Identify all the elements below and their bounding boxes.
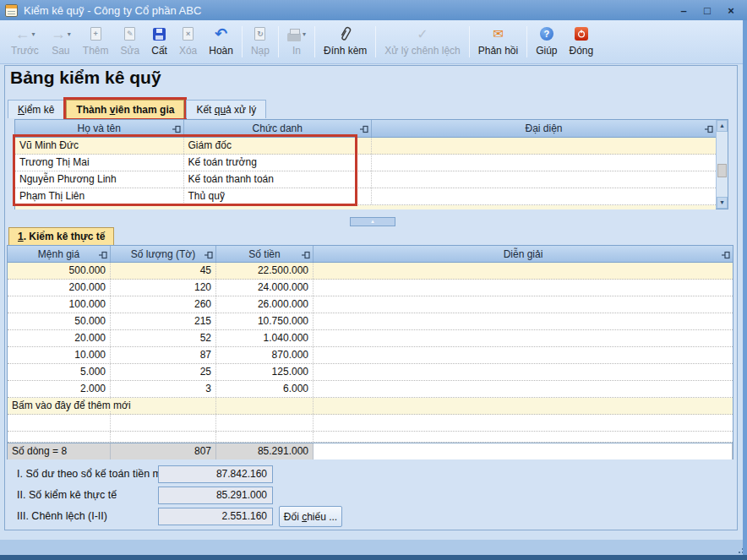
undo-button[interactable]: ↶ Hoàn bbox=[203, 22, 239, 62]
count-table: Mệnh giá Số lượng (Tờ) Số tiền Diễn giải… bbox=[7, 245, 733, 459]
close-icon[interactable]: × bbox=[723, 4, 739, 17]
pin-icon[interactable] bbox=[705, 124, 713, 136]
column-header-dien-giai[interactable]: Diễn giải bbox=[314, 246, 733, 262]
partial-next-row bbox=[15, 205, 716, 209]
column-header-menh-gia[interactable]: Mệnh giá bbox=[8, 246, 111, 262]
reload-button[interactable]: ↻ Nạp bbox=[245, 22, 275, 62]
undo-icon: ↶ bbox=[215, 26, 227, 41]
close-window-button[interactable]: Đóng bbox=[564, 22, 600, 62]
table-row[interactable]: 50.000 215 10.750.000 bbox=[8, 313, 733, 330]
window-title: Kiểm kê quỹ - Công ty Cổ phần ABC bbox=[24, 4, 201, 17]
scrollbar-thumb[interactable] bbox=[717, 164, 727, 177]
pin-icon[interactable] bbox=[99, 250, 107, 262]
counted-amount-field[interactable]: 85.291.000 bbox=[158, 487, 273, 504]
total-label-book-balance: I. Số dư theo sổ kế toán tiền mặt bbox=[17, 468, 170, 480]
minimize-icon[interactable]: – bbox=[676, 4, 691, 17]
window-bottom-edge bbox=[0, 555, 747, 560]
toolbar-separator bbox=[242, 26, 243, 57]
resize-grip-icon[interactable] bbox=[739, 552, 740, 553]
vertical-scrollbar[interactable]: ▲ ▼ bbox=[716, 120, 728, 209]
table-row[interactable]: 2.000 3 6.000 bbox=[8, 381, 733, 398]
reconcile-button[interactable]: Đối chiếu ... bbox=[279, 506, 342, 527]
tab-thanh-vien-tham-gia[interactable]: Thành viên tham gia bbox=[66, 100, 184, 118]
total-quantity: 807 bbox=[111, 443, 216, 459]
difference-field[interactable]: 2.551.160 bbox=[158, 508, 273, 525]
help-button[interactable]: ? Giúp bbox=[530, 22, 563, 62]
splitter-collapse-button[interactable]: ▲ bbox=[350, 217, 395, 226]
table-row[interactable]: 20.000 52 1.040.000 bbox=[8, 330, 733, 347]
app-icon bbox=[5, 4, 18, 17]
forward-arrow-icon: → bbox=[51, 26, 66, 41]
previous-button[interactable]: ←▾ Trước bbox=[5, 22, 45, 62]
toolbar-separator bbox=[469, 26, 470, 57]
total-label-counted: II. Số kiểm kê thực tế bbox=[17, 489, 117, 501]
table-row[interactable]: Vũ Minh Đức Giám đốc bbox=[15, 138, 716, 155]
delete-button[interactable]: × Xóa bbox=[173, 22, 203, 62]
tab-kiem-ke[interactable]: Kiểm kê bbox=[8, 100, 64, 118]
reload-icon: ↻ bbox=[254, 27, 265, 41]
maximize-icon[interactable]: □ bbox=[700, 4, 715, 17]
pin-icon[interactable] bbox=[204, 250, 213, 262]
table-row[interactable]: 100.000 260 26.000.000 bbox=[8, 296, 733, 313]
save-floppy-icon bbox=[153, 28, 166, 41]
table-row[interactable]: 500.000 45 22.500.000 bbox=[8, 263, 733, 280]
toolbar-separator bbox=[526, 26, 527, 57]
feedback-button[interactable]: ✉ Phản hồi bbox=[472, 22, 524, 62]
table-row[interactable]: 200.000 120 24.000.000 bbox=[8, 280, 733, 296]
attach-button[interactable]: Đính kèm bbox=[318, 22, 373, 62]
summary-row: Số dòng = 8 807 85.291.000 bbox=[8, 443, 733, 459]
add-button[interactable]: + Thêm bbox=[77, 22, 115, 62]
chevron-down-icon[interactable]: ▾ bbox=[68, 30, 71, 38]
page-title: Bảng kiểm kê quỹ bbox=[10, 68, 161, 88]
save-button[interactable]: Cất bbox=[145, 22, 173, 62]
help-icon: ? bbox=[540, 27, 553, 41]
pin-icon[interactable] bbox=[302, 250, 310, 262]
table-row[interactable]: Nguyễn Phương Linh Kế toán thanh toán bbox=[15, 171, 716, 188]
pin-icon[interactable] bbox=[722, 250, 730, 262]
delete-document-icon: × bbox=[183, 27, 194, 41]
table-row[interactable]: 10.000 87 870.000 bbox=[8, 347, 733, 364]
process-difference-button[interactable]: ✓ Xử lý chênh lệch bbox=[379, 22, 466, 62]
status-bar bbox=[0, 540, 747, 555]
empty-row[interactable] bbox=[8, 415, 733, 432]
add-document-icon: + bbox=[90, 27, 101, 41]
table-row[interactable]: Phạm Thị Liên Thủ quỹ bbox=[15, 188, 716, 205]
table-row[interactable]: Trương Thị Mai Kế toán trưởng bbox=[15, 155, 716, 171]
toolbar-separator bbox=[375, 26, 376, 57]
envelope-icon: ✉ bbox=[493, 26, 504, 41]
tab-kiem-ke-thuc-te[interactable]: 1. Kiểm kê thực tế bbox=[8, 227, 114, 245]
toolbar: ←▾ Trước →▾ Sau + Thêm ✎ Sửa Cất × Xóa ↶… bbox=[0, 20, 747, 64]
empty-row[interactable] bbox=[8, 432, 733, 443]
edit-document-icon: ✎ bbox=[124, 27, 135, 41]
back-arrow-icon: ← bbox=[14, 26, 30, 41]
book-balance-field[interactable]: 87.842.160 bbox=[158, 465, 273, 483]
chevron-down-icon[interactable]: ▾ bbox=[303, 30, 306, 38]
column-header-dai-dien[interactable]: Đại diện bbox=[372, 120, 716, 137]
column-header-so-luong[interactable]: Số lượng (Tờ) bbox=[111, 246, 216, 262]
edit-button[interactable]: ✎ Sửa bbox=[115, 22, 146, 62]
pin-icon[interactable] bbox=[360, 124, 368, 136]
total-amount: 85.291.000 bbox=[216, 443, 314, 459]
tab-strip: Kiểm kê Thành viên tham gia Kết quả xử l… bbox=[8, 98, 266, 118]
column-header-ho-va-ten[interactable]: Họ và tên bbox=[15, 120, 184, 137]
scroll-up-icon[interactable]: ▲ bbox=[717, 120, 728, 132]
add-new-row[interactable]: Bấm vào đây để thêm mới bbox=[8, 398, 733, 415]
chevron-down-icon[interactable]: ▾ bbox=[31, 30, 35, 38]
power-icon bbox=[575, 27, 588, 41]
next-button[interactable]: →▾ Sau bbox=[45, 22, 77, 62]
paperclip-icon bbox=[335, 23, 356, 44]
toolbar-separator bbox=[278, 26, 279, 57]
column-header-so-tien[interactable]: Số tiền bbox=[216, 246, 314, 262]
print-button[interactable]: ▾ In bbox=[281, 22, 312, 62]
title-bar: Kiểm kê quỹ - Công ty Cổ phần ABC – □ × bbox=[0, 0, 747, 20]
window-right-edge bbox=[743, 20, 747, 555]
total-label-difference: III. Chênh lệch (I-II) bbox=[17, 510, 107, 522]
table-row[interactable]: 5.000 25 125.000 bbox=[8, 364, 733, 381]
column-header-chuc-danh[interactable]: Chức danh bbox=[184, 120, 372, 137]
toolbar-separator bbox=[314, 26, 315, 57]
printer-icon bbox=[287, 33, 301, 41]
pin-icon[interactable] bbox=[172, 124, 181, 136]
tab-ket-qua-xu-ly[interactable]: Kết quả xử lý bbox=[186, 100, 266, 118]
members-table: Họ và tên Chức danh Đại diện Vũ Minh Đức… bbox=[14, 119, 728, 209]
scroll-down-icon[interactable]: ▼ bbox=[717, 197, 728, 209]
